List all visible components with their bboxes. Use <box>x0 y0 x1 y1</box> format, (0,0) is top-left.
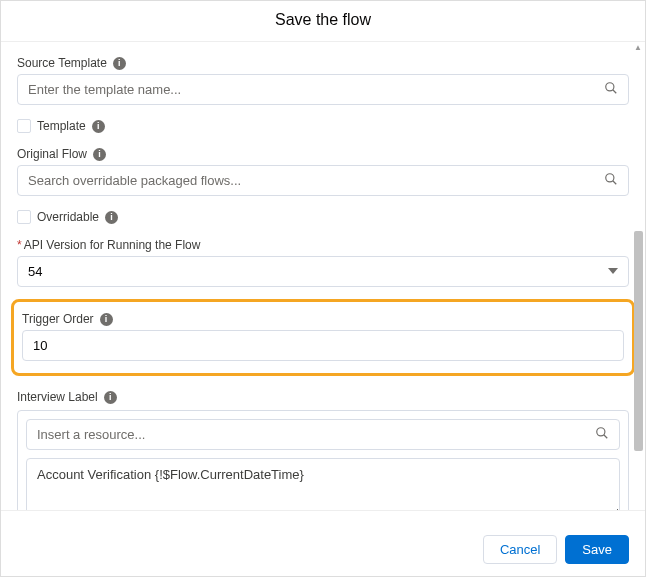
source-template-group: Source Template i <box>17 56 629 105</box>
svg-point-2 <box>606 174 614 182</box>
original-flow-label: Original Flow i <box>17 147 629 161</box>
info-icon[interactable]: i <box>113 57 126 70</box>
original-flow-input-wrap[interactable] <box>17 165 629 196</box>
source-template-input[interactable] <box>18 75 594 104</box>
interview-label-container <box>17 410 629 511</box>
scrollbar-thumb[interactable] <box>634 231 643 451</box>
interview-resource-input[interactable] <box>27 420 585 449</box>
search-icon[interactable] <box>585 426 619 443</box>
info-icon[interactable]: i <box>100 313 113 326</box>
dialog-footer: Cancel Save <box>1 523 645 576</box>
trigger-order-highlight: Trigger Order i <box>11 299 635 376</box>
svg-point-0 <box>606 83 614 91</box>
interview-label-label: Interview Label i <box>17 390 629 404</box>
info-icon[interactable]: i <box>92 120 105 133</box>
svg-line-6 <box>604 435 608 439</box>
template-checkbox-row: Template i <box>17 119 629 133</box>
overridable-checkbox-row: Overridable i <box>17 210 629 224</box>
interview-label-group: Interview Label i <box>17 390 629 511</box>
api-version-label: *API Version for Running the Flow <box>17 238 629 252</box>
interview-resource-wrap[interactable] <box>26 419 620 450</box>
svg-point-5 <box>597 428 605 436</box>
svg-line-1 <box>613 90 617 94</box>
svg-marker-4 <box>608 268 618 274</box>
template-checkbox[interactable] <box>17 119 31 133</box>
overridable-checkbox-label: Overridable <box>37 210 99 224</box>
api-version-group: *API Version for Running the Flow 54 <box>17 238 629 287</box>
info-icon[interactable]: i <box>93 148 106 161</box>
dialog-body: Source Template i Template i Original Fl… <box>1 41 645 511</box>
info-icon[interactable]: i <box>105 211 118 224</box>
api-version-select[interactable]: 54 <box>17 256 629 287</box>
overridable-checkbox[interactable] <box>17 210 31 224</box>
save-button[interactable]: Save <box>565 535 629 564</box>
trigger-order-input[interactable] <box>22 330 624 361</box>
search-icon[interactable] <box>594 172 628 189</box>
scrollbar-track[interactable]: ▲ <box>633 41 643 520</box>
original-flow-input[interactable] <box>18 166 594 195</box>
dialog-title: Save the flow <box>1 11 645 29</box>
trigger-order-label: Trigger Order i <box>22 312 624 326</box>
chevron-down-icon <box>608 264 618 279</box>
template-checkbox-label: Template <box>37 119 86 133</box>
source-template-input-wrap[interactable] <box>17 74 629 105</box>
source-template-label: Source Template i <box>17 56 629 70</box>
trigger-order-group: Trigger Order i <box>22 312 624 361</box>
original-flow-group: Original Flow i <box>17 147 629 196</box>
cancel-button[interactable]: Cancel <box>483 535 557 564</box>
scroll-up-arrow-icon[interactable]: ▲ <box>633 41 643 53</box>
interview-label-textarea[interactable] <box>26 458 620 511</box>
info-icon[interactable]: i <box>104 391 117 404</box>
svg-line-3 <box>613 181 617 185</box>
api-version-value: 54 <box>28 264 42 279</box>
search-icon[interactable] <box>594 81 628 98</box>
dialog-header: Save the flow <box>1 1 645 41</box>
